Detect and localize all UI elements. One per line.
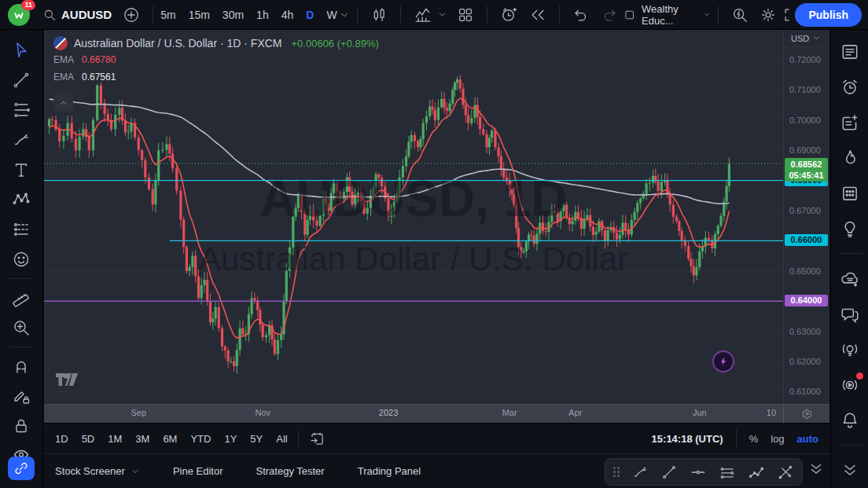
interval-expand-button[interactable] (339, 9, 350, 20)
interval-button-15m[interactable]: 15m (189, 9, 210, 21)
favorite-tool-trend-line[interactable] (660, 464, 678, 481)
indicators-button[interactable] (414, 6, 432, 24)
tool-emoji[interactable] (8, 248, 35, 270)
price-level-tag[interactable]: 0.66000 (785, 234, 828, 246)
tool-fib-retracement[interactable] (8, 99, 35, 121)
layout-menu-button[interactable]: Wealthy Educ... (623, 3, 711, 27)
favorite-tool-horizontal-line[interactable] (690, 464, 707, 481)
time-axis-labels[interactable]: SepNov2023MarAprJun10 (44, 405, 783, 423)
clock-label[interactable]: 15:14:18 (UTC) (652, 433, 723, 445)
interval-button-30m[interactable]: 30m (223, 9, 244, 21)
chart-pane: AUDUSD, 1D Australian Dollar / U.S. Doll… (44, 30, 829, 423)
time-label-mar: Mar (502, 408, 517, 417)
collapse-panel-button[interactable] (807, 460, 825, 478)
range-button-1y[interactable]: 1Y (224, 433, 237, 445)
price-axis-currency-toggle[interactable]: USD (784, 30, 829, 47)
interval-button-1h[interactable]: 1h (256, 9, 269, 21)
chat-button[interactable] (839, 303, 861, 325)
axis-settings-button[interactable] (783, 405, 829, 423)
notifications-button[interactable] (839, 409, 861, 431)
bar-replay-button[interactable] (529, 6, 546, 24)
range-button-5y[interactable]: 5Y (250, 433, 263, 445)
hotlists-button[interactable] (839, 147, 861, 168)
notes-button[interactable] (839, 112, 861, 133)
ema-legend-row[interactable]: EMA 0.66780 (53, 54, 116, 65)
tool-text[interactable] (8, 159, 35, 181)
fullscreen-button[interactable] (782, 6, 790, 24)
interval-button-5m[interactable]: 5m (160, 9, 175, 21)
tab-strategy-tester[interactable]: Strategy Tester (256, 465, 324, 477)
flame-icon (840, 148, 860, 168)
range-button-all[interactable]: All (276, 433, 287, 445)
symbol-search-button[interactable]: AUDUSD (42, 8, 112, 22)
chart-plot[interactable]: AUDUSD, 1D Australian Dollar / U.S. Doll… (44, 30, 783, 404)
price-tick: 0.67000 (789, 206, 821, 216)
tool-zoom-in[interactable] (8, 317, 35, 339)
tool-brush[interactable] (8, 129, 35, 151)
favorite-tool-polyline[interactable] (748, 464, 765, 481)
tool-cursor[interactable] (8, 39, 35, 61)
lightbulb-icon (840, 218, 860, 239)
go-to-date-button[interactable] (309, 431, 326, 447)
last-price-tag[interactable]: 0.6856205:45:41 (785, 158, 828, 182)
range-button-1d[interactable]: 1D (55, 433, 68, 445)
tab-label: Strategy Tester (256, 465, 324, 477)
tradingview-logo-watermark[interactable] (55, 372, 79, 390)
redo-button[interactable] (601, 6, 618, 24)
floating-drawing-toolbar[interactable] (605, 458, 803, 486)
range-button-ytd[interactable]: YTD (190, 433, 211, 445)
user-menu-button[interactable]: 11 (8, 4, 30, 26)
tool-drawing-mode-lock[interactable] (8, 385, 35, 407)
watchlist-button[interactable] (839, 41, 861, 62)
time-axis[interactable]: SepNov2023MarAprJun10 (44, 404, 829, 423)
interval-button-4h[interactable]: 4h (281, 9, 294, 21)
interval-button-w[interactable]: W (326, 9, 337, 21)
range-button-1m[interactable]: 1M (108, 433, 122, 445)
add-symbol-button[interactable] (123, 6, 140, 24)
layout-grid-button[interactable] (457, 6, 474, 24)
economic-calendar-button[interactable] (839, 182, 861, 204)
divider (559, 6, 560, 24)
tool-magnet[interactable] (8, 355, 35, 377)
indicators-expand-button[interactable] (437, 9, 447, 20)
tab-pine-editor[interactable]: Pine Editor (173, 465, 223, 477)
range-button-6m[interactable]: 6M (163, 433, 177, 445)
favorite-tool-parallel-channel[interactable] (719, 464, 736, 481)
range-button-3m[interactable]: 3M (135, 433, 149, 445)
scale-mode-log[interactable]: log (771, 433, 784, 445)
tool-measure[interactable] (8, 287, 35, 309)
chart-style-button[interactable] (370, 6, 388, 24)
create-alert-button[interactable] (500, 6, 518, 24)
undo-button[interactable] (572, 6, 590, 24)
tool-xabcd-pattern[interactable] (8, 189, 35, 211)
collapse-sidebar-button[interactable] (839, 460, 861, 481)
time-label-jun: Jun (693, 408, 707, 417)
chart-legend-header[interactable]: Australian Dollar / U.S. Dollar · 1D · F… (53, 36, 379, 50)
tab-stock-screener[interactable]: Stock Screener (55, 465, 140, 477)
streams-button[interactable] (839, 374, 861, 395)
price-level-tag[interactable]: 0.64000 (785, 295, 828, 306)
boost-button[interactable] (712, 350, 734, 372)
quick-search-button[interactable] (731, 6, 748, 24)
publish-button[interactable]: Publish (795, 3, 862, 27)
object-link-button[interactable] (8, 457, 35, 480)
alerts-button[interactable] (839, 76, 861, 97)
minds-button[interactable] (839, 268, 861, 289)
scale-mode-percent[interactable]: % (749, 433, 759, 445)
tool-lock-all[interactable] (8, 415, 35, 437)
favorite-tool-cross-line[interactable] (777, 464, 794, 481)
ideas-button[interactable] (839, 218, 861, 239)
legend-collapse-button[interactable] (53, 93, 73, 112)
tab-trading-panel[interactable]: Trading Panel (358, 465, 421, 477)
drag-handle[interactable] (613, 467, 620, 477)
price-axis[interactable]: USD 0.720000.710000.700000.690000.680000… (783, 30, 829, 404)
tool-trend-line[interactable] (8, 69, 35, 91)
settings-button[interactable] (760, 6, 777, 24)
favorite-tool-brush[interactable] (631, 464, 649, 481)
range-button-5d[interactable]: 5D (82, 433, 95, 445)
live-ideas-button[interactable] (839, 339, 861, 360)
tool-prediction[interactable] (8, 218, 35, 240)
ema-legend-row[interactable]: EMA 0.67561 (53, 72, 116, 83)
scale-mode-auto[interactable]: auto (797, 433, 818, 445)
interval-button-d[interactable]: D (306, 9, 314, 21)
